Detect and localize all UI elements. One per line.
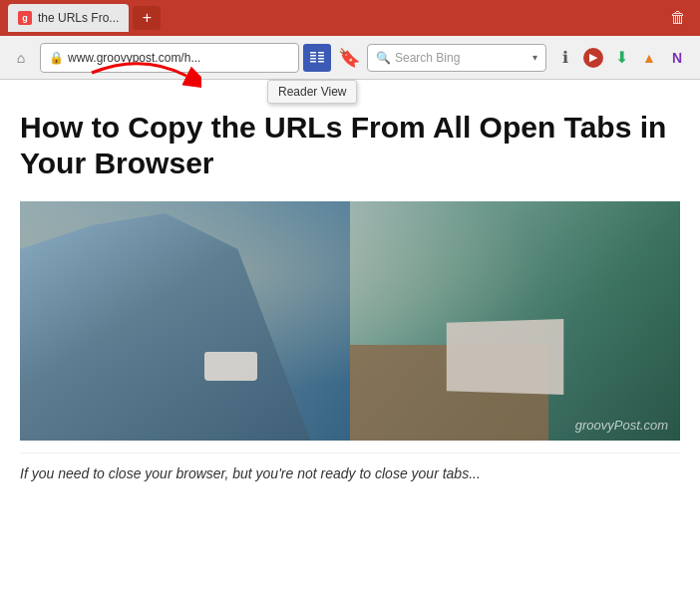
- reader-view-tooltip: Reader View: [267, 80, 357, 104]
- svg-rect-3: [310, 61, 316, 63]
- tooltip-text: Reader View: [278, 85, 346, 99]
- search-dropdown-icon[interactable]: ▾: [532, 52, 537, 63]
- drive-button[interactable]: ▲: [638, 47, 660, 69]
- annotation-arrow: [82, 48, 201, 102]
- reader-view-icon: [309, 50, 325, 66]
- download-button[interactable]: ⬇: [610, 47, 632, 69]
- trash-icon: 🗑: [670, 9, 686, 27]
- svg-rect-1: [310, 55, 316, 57]
- new-tab-button[interactable]: +: [133, 6, 161, 30]
- svg-rect-7: [318, 61, 324, 63]
- title-bar: g the URLs Fro... + 🗑: [0, 0, 700, 36]
- svg-rect-5: [318, 55, 324, 57]
- svg-rect-6: [318, 58, 324, 60]
- reader-view-button[interactable]: [303, 44, 331, 72]
- onenote-button[interactable]: N: [666, 47, 688, 69]
- onenote-icon: N: [672, 50, 682, 66]
- lock-icon: 🔒: [49, 51, 64, 65]
- image-laptop: [446, 319, 563, 395]
- svg-rect-2: [310, 58, 316, 60]
- tab-title: the URLs Fro...: [38, 11, 119, 25]
- toolbar-icons: ℹ ▶ ⬇ ▲ N: [554, 47, 688, 69]
- play-icon: ▶: [583, 48, 603, 68]
- info-icon: ℹ: [562, 48, 568, 67]
- download-icon: ⬇: [615, 48, 628, 67]
- search-bar[interactable]: 🔍 Search Bing ▾: [367, 44, 546, 72]
- svg-rect-4: [318, 52, 324, 54]
- article-image: groovyPost.com: [20, 201, 680, 441]
- bookmark-button[interactable]: 🔖: [335, 44, 363, 72]
- close-window-button[interactable]: 🗑: [666, 6, 690, 30]
- search-icon: 🔍: [376, 51, 391, 65]
- svg-rect-0: [310, 52, 316, 54]
- tab-favicon: g: [18, 11, 32, 25]
- article-footer-text: If you need to close your browser, but y…: [20, 453, 680, 484]
- search-placeholder: Search Bing: [395, 51, 528, 65]
- info-button[interactable]: ℹ: [554, 47, 576, 69]
- browser-tab[interactable]: g the URLs Fro...: [8, 4, 129, 32]
- watermark-text: groovyPost.com: [575, 418, 668, 433]
- article-title: How to Copy the URLs From All Open Tabs …: [20, 110, 680, 181]
- image-cup: [204, 352, 257, 381]
- page-content: How to Copy the URLs From All Open Tabs …: [0, 80, 700, 504]
- bookmark-icon: 🔖: [338, 47, 360, 69]
- home-button[interactable]: ⌂: [6, 43, 36, 73]
- media-button[interactable]: ▶: [582, 47, 604, 69]
- drive-icon: ▲: [642, 50, 656, 66]
- new-tab-icon: +: [143, 9, 152, 27]
